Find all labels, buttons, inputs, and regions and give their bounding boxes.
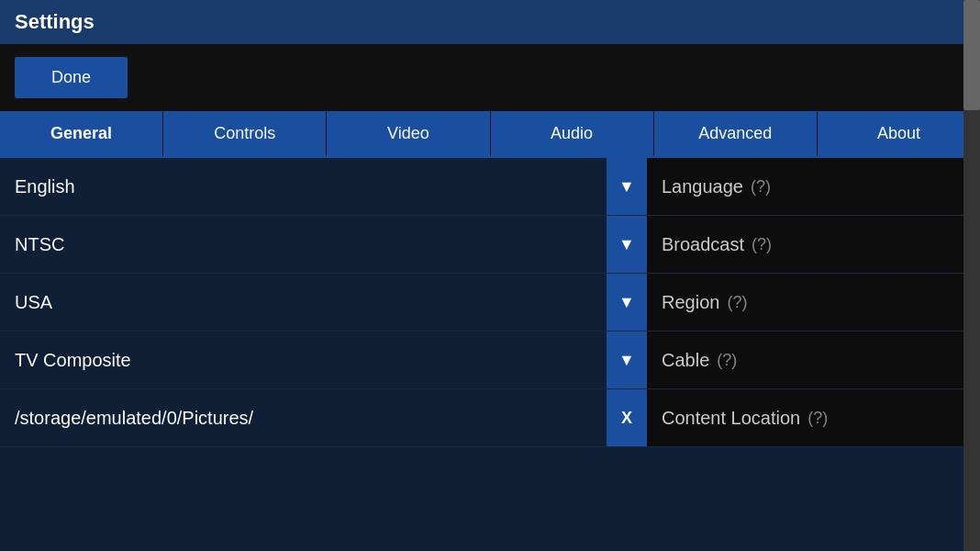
setting-value-content-location: /storage/emulated/0/Pictures/	[0, 408, 607, 429]
setting-value-cable: TV Composite	[0, 350, 607, 371]
chevron-down-icon: ▼	[618, 235, 635, 254]
main-content: Done GeneralControlsVideoAudioAdvancedAb…	[0, 44, 980, 551]
tab-advanced[interactable]: Advanced	[654, 111, 818, 156]
chevron-down-icon: ▼	[618, 293, 635, 312]
tab-video[interactable]: Video	[327, 111, 490, 156]
add-button-area: Add	[0, 447, 980, 551]
tabs-bar: GeneralControlsVideoAudioAdvancedAbout	[0, 111, 980, 158]
scrollbar[interactable]	[963, 0, 980, 551]
tab-controls[interactable]: Controls	[163, 111, 327, 156]
dropdown-arrow-broadcast[interactable]: ▼	[607, 216, 647, 273]
setting-help-region: (?)	[727, 293, 747, 312]
dropdown-arrow-language[interactable]: ▼	[607, 158, 647, 215]
done-button[interactable]: Done	[15, 57, 128, 98]
dropdown-arrow-cable[interactable]: ▼	[607, 332, 647, 388]
setting-label-cable: Cable	[662, 350, 709, 371]
setting-label-content-location: Content Location	[662, 408, 800, 429]
setting-value-broadcast: NTSC	[0, 234, 607, 255]
setting-help-language: (?)	[751, 177, 771, 197]
setting-label-language: Language	[662, 176, 743, 197]
chevron-down-icon: ▼	[618, 351, 635, 370]
setting-value-region: USA	[0, 292, 607, 313]
chevron-down-icon: ▼	[618, 177, 635, 197]
tab-about[interactable]: About	[818, 111, 980, 156]
setting-help-cable: (?)	[717, 351, 737, 370]
setting-row-language: English▼Language(?)	[0, 158, 980, 216]
tab-audio[interactable]: Audio	[491, 111, 654, 156]
setting-label-broadcast: Broadcast	[662, 234, 744, 255]
done-area: Done	[0, 44, 980, 111]
setting-help-broadcast: (?)	[752, 235, 772, 254]
settings-area: English▼Language(?)NTSC▼Broadcast(?)USA▼…	[0, 158, 980, 551]
setting-value-language: English	[0, 176, 607, 197]
setting-help-content-location: (?)	[807, 409, 828, 428]
setting-row-broadcast: NTSC▼Broadcast(?)	[0, 216, 980, 274]
setting-row-region: USA▼Region(?)	[0, 274, 980, 332]
title-bar: Settings	[0, 0, 980, 44]
tab-general[interactable]: General	[0, 111, 163, 156]
page-title: Settings	[15, 10, 95, 34]
dropdown-arrow-region[interactable]: ▼	[607, 274, 647, 331]
setting-row-content-location: /storage/emulated/0/Pictures/XContent Lo…	[0, 389, 980, 551]
setting-row-cable: TV Composite▼Cable(?)	[0, 332, 980, 389]
x-icon: X	[621, 409, 632, 428]
x-button-content-location[interactable]: X	[607, 389, 647, 446]
setting-label-region: Region	[662, 292, 719, 313]
scrollbar-thumb[interactable]	[963, 0, 980, 110]
